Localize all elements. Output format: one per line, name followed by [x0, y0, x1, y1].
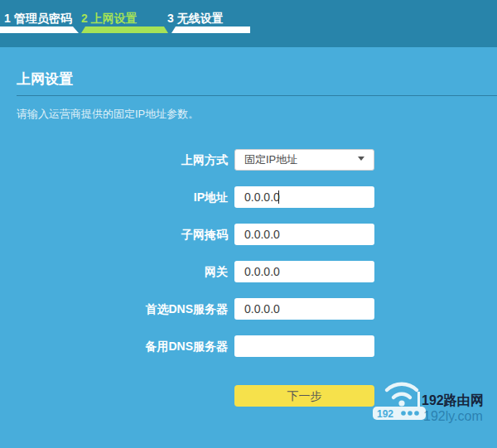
next-button[interactable]: 下一步 [234, 385, 374, 407]
subnet-mask-field [234, 224, 374, 245]
connection-type-label: 上网方式 [0, 149, 228, 171]
subnet-mask-input[interactable] [234, 224, 374, 245]
watermark-site-text: 192ly.com [423, 409, 483, 424]
chevron-down-icon [358, 157, 364, 161]
watermark-brand-text: 192路由网 [422, 393, 484, 410]
primary-dns-field [234, 298, 374, 320]
ip-address-field [234, 186, 374, 208]
form-row-ip-address: IP地址 [0, 186, 497, 208]
secondary-dns-field [234, 335, 374, 357]
step-2-underline-active [81, 26, 168, 33]
gateway-input[interactable] [234, 261, 374, 282]
form-row-connection-type: 上网方式 固定IP地址 [0, 149, 497, 171]
page-description: 请输入运营商提供的固定IP地址参数。 [17, 107, 199, 122]
connection-type-select[interactable]: 固定IP地址 [234, 149, 374, 171]
svg-text:192: 192 [377, 408, 393, 420]
gateway-label: 网关 [0, 261, 228, 282]
ip-address-label: IP地址 [0, 186, 228, 208]
page-title: 上网设置 [17, 70, 73, 89]
connection-type-field: 固定IP地址 [234, 149, 374, 171]
secondary-dns-label: 备用DNS服务器 [0, 335, 228, 357]
form-row-gateway: 网关 [0, 261, 497, 282]
step-tab-internet-settings[interactable]: 2 上网设置 [81, 12, 138, 26]
setup-wizard-screen: 1 管理员密码 2 上网设置 3 无线设置 上网设置 请输入运营商提供的固定IP… [0, 0, 497, 448]
title-divider [17, 95, 497, 96]
step-tab-admin-password[interactable]: 1 管理员密码 [4, 12, 72, 26]
primary-dns-label: 首选DNS服务器 [0, 298, 228, 320]
primary-dns-input[interactable] [234, 298, 374, 320]
form-row-primary-dns: 首选DNS服务器 [0, 298, 497, 320]
gateway-field [234, 261, 374, 282]
step-3-underline [171, 26, 250, 33]
form-row-subnet-mask: 子网掩码 [0, 224, 497, 245]
ip-address-input[interactable] [234, 186, 374, 208]
form-row-secondary-dns: 备用DNS服务器 [0, 335, 497, 357]
subnet-mask-label: 子网掩码 [0, 224, 228, 245]
step-tab-wireless-settings[interactable]: 3 无线设置 [167, 12, 224, 26]
secondary-dns-input[interactable] [234, 335, 374, 357]
wizard-step-header: 1 管理员密码 2 上网设置 3 无线设置 [0, 0, 497, 47]
step-1-underline [0, 26, 79, 33]
text-caret [278, 190, 279, 204]
